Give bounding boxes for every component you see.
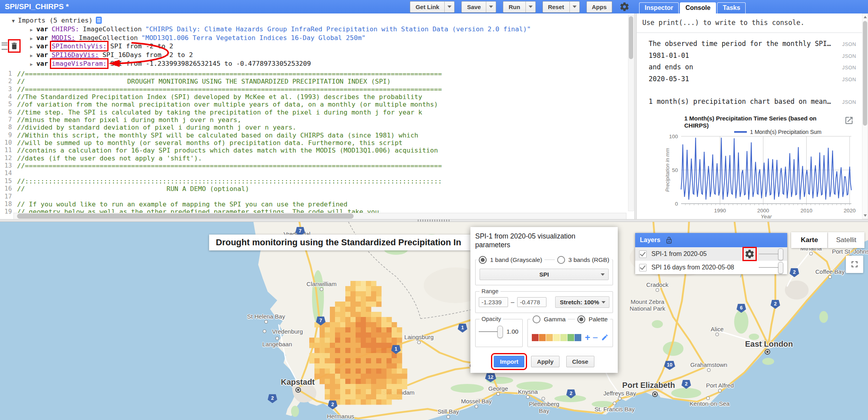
import-name[interactable]: MODIS: xyxy=(51,34,75,42)
editor-vscrollbar[interactable] xyxy=(628,15,634,211)
run-button[interactable]: Run xyxy=(503,1,535,13)
dropdown-arrow[interactable] xyxy=(444,2,454,12)
layer-opacity-slider[interactable] xyxy=(759,254,782,254)
json-link[interactable]: JSON xyxy=(842,39,856,50)
radio-selected-icon[interactable] xyxy=(577,315,585,323)
tab-tasks[interactable]: Tasks xyxy=(717,2,746,13)
expand-arrow-icon[interactable]: ▶ xyxy=(30,44,33,50)
import-name[interactable]: imageVisParam: xyxy=(51,60,107,67)
import-entry[interactable]: ▶varCHIRPS:ImageCollection"CHIRPS Daily:… xyxy=(0,25,629,34)
edit-palette-icon[interactable] xyxy=(601,334,609,341)
imports-doc-icon[interactable] xyxy=(96,17,102,24)
dropdown-arrow[interactable] xyxy=(486,2,496,12)
radio-icon[interactable] xyxy=(533,315,541,323)
console-scroll-thumb[interactable] xyxy=(863,21,867,126)
layers-header[interactable]: Layers xyxy=(635,233,787,247)
layer-row[interactable]: SPI 16 days from 2020-05-08 xyxy=(635,261,787,274)
close-button[interactable]: Close xyxy=(566,356,594,367)
opacity-slider[interactable] xyxy=(479,331,501,332)
import-entry[interactable]: ▶varimageVisParam:SPI from -1.2339939826… xyxy=(0,59,629,68)
reset-button[interactable]: Reset xyxy=(542,1,580,13)
divider-grip[interactable] xyxy=(417,220,451,221)
palette-swatch[interactable] xyxy=(539,334,546,341)
remove-color-icon[interactable]: − xyxy=(592,334,598,341)
slider-thumb[interactable] xyxy=(778,248,783,260)
code-line: 14 xyxy=(0,170,629,177)
palette-swatch[interactable] xyxy=(567,334,575,341)
expand-chart-icon[interactable] xyxy=(845,117,853,124)
map-title-box: Drought monitoring using the Standardize… xyxy=(209,235,470,250)
radio-icon[interactable] xyxy=(557,256,565,264)
import-entry[interactable]: ▶varSPImonthlyVis:SPI from -2 to 2 xyxy=(0,42,629,51)
layer-row[interactable]: SPI-1 from 2020-05 xyxy=(635,247,787,261)
delete-import-icon[interactable] xyxy=(10,41,19,51)
import-entry[interactable]: ▶varMODIS:ImageCollection"MOD13Q1.006 Te… xyxy=(0,34,629,42)
palette-swatch[interactable] xyxy=(553,334,560,341)
code-area[interactable]: 1//=====================================… xyxy=(0,70,629,216)
json-link[interactable]: JSON xyxy=(842,51,856,62)
layer-checkbox[interactable] xyxy=(639,264,647,271)
range-max-input[interactable] xyxy=(517,297,546,307)
import-name[interactable]: SPI16DayVis: xyxy=(51,51,99,59)
drag-handle-icon[interactable] xyxy=(2,42,8,50)
expand-arrow-icon[interactable]: ▶ xyxy=(30,62,33,67)
range-min-input[interactable] xyxy=(479,297,508,307)
scroll-up-icon[interactable] xyxy=(864,16,867,18)
json-link[interactable]: JSON xyxy=(842,63,856,74)
gamma-option[interactable]: Gamma xyxy=(530,315,568,323)
opacity-slider-thumb[interactable] xyxy=(497,326,503,338)
stretch-select[interactable]: Stretch: 100% xyxy=(555,296,609,308)
editor-vscroll-thumb[interactable] xyxy=(629,16,633,59)
layers-title: Layers xyxy=(640,237,661,244)
palette-swatch[interactable] xyxy=(575,334,582,341)
radio-selected-icon[interactable] xyxy=(479,256,487,264)
band-select[interactable]: SPI xyxy=(480,269,609,280)
code-editor-panel[interactable]: ▼Imports (5 entries) ▶varCHIRPS:ImageCol… xyxy=(0,13,634,219)
layer-checkbox[interactable] xyxy=(639,250,647,258)
imports-entries: ▶varCHIRPS:ImageCollection"CHIRPS Daily:… xyxy=(0,25,629,68)
scroll-down-icon[interactable] xyxy=(864,214,867,217)
layer-settings-gear-icon[interactable] xyxy=(744,249,755,259)
three-bands-option[interactable]: 3 bands (RGB) xyxy=(555,256,611,264)
import-name[interactable]: CHIRPS: xyxy=(51,25,79,33)
console-scrollbar[interactable] xyxy=(862,13,868,219)
expand-arrow-icon[interactable]: ▶ xyxy=(30,53,33,58)
expand-arrow-icon[interactable]: ▶ xyxy=(30,27,33,32)
dropdown-arrow[interactable] xyxy=(569,2,579,12)
slider-thumb[interactable] xyxy=(778,262,783,274)
add-color-icon[interactable]: + xyxy=(585,334,590,341)
json-link[interactable]: JSON xyxy=(842,97,856,108)
fullscreen-button[interactable] xyxy=(846,256,863,273)
map-type-satellite-button[interactable]: Satellit xyxy=(828,232,864,248)
import-button[interactable]: Import xyxy=(494,356,524,367)
hscroll-thumb[interactable] xyxy=(17,214,354,219)
get-link-button[interactable]: Get Link xyxy=(410,1,455,13)
svg-text:2010: 2010 xyxy=(800,208,812,214)
one-band-option[interactable]: 1 band (Grayscale) xyxy=(476,256,544,264)
unlock-icon[interactable] xyxy=(665,237,673,244)
imports-header[interactable]: ▼Imports (5 entries) xyxy=(0,13,629,25)
dropdown-arrow[interactable] xyxy=(525,2,535,12)
code-line: 10//will be summed up to monthly (or sev… xyxy=(0,139,629,147)
apply-button[interactable]: Apply xyxy=(531,356,560,367)
layer-opacity-slider[interactable] xyxy=(759,267,782,268)
tab-inspector[interactable]: Inspector xyxy=(639,2,679,13)
apps-button[interactable]: Apps xyxy=(586,1,613,13)
collapse-arrow-icon[interactable]: ▼ xyxy=(12,18,15,24)
palette-swatch[interactable] xyxy=(560,334,567,341)
palette-swatch[interactable] xyxy=(532,334,539,341)
save-button[interactable]: Save xyxy=(461,1,496,13)
horizontal-scrollbar[interactable] xyxy=(13,213,626,219)
import-entry[interactable]: ▶varSPI16DayVis:SPI_16Days from -2 to 2 xyxy=(0,51,629,59)
json-link[interactable]: JSON xyxy=(842,74,856,86)
palette-swatch[interactable] xyxy=(546,334,553,341)
code-line: 13//====================================… xyxy=(0,162,629,170)
expand-arrow-icon[interactable]: ▶ xyxy=(30,36,33,41)
map[interactable]: VredendalClanwilliamSt Helena BayVredenb… xyxy=(0,222,868,420)
tab-console[interactable]: Console xyxy=(680,2,716,13)
map-type-map-button[interactable]: Karte xyxy=(791,232,828,248)
map-divider[interactable] xyxy=(0,219,868,222)
settings-gear-icon[interactable] xyxy=(619,2,630,12)
import-name[interactable]: SPImonthlyVis: xyxy=(51,42,107,50)
palette-option[interactable]: Palette xyxy=(575,315,610,323)
